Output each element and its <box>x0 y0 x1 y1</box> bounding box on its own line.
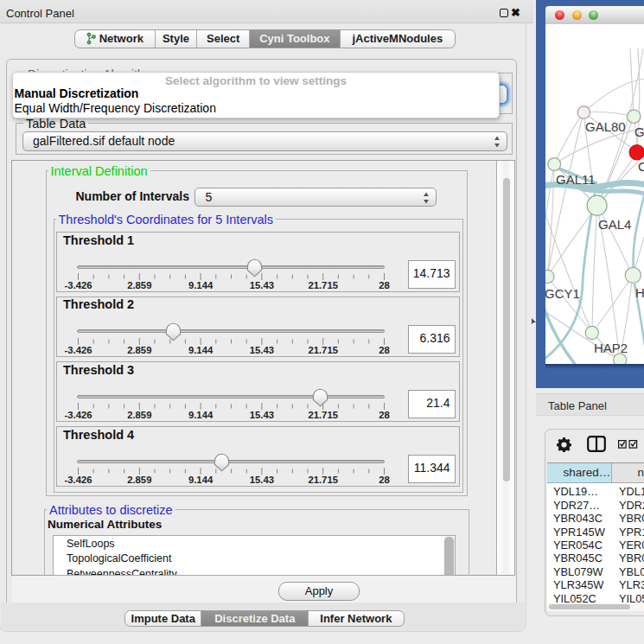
svg-text:GAL80: GAL80 <box>585 119 626 134</box>
svg-text:C: C <box>638 159 644 174</box>
svg-text:HAP2: HAP2 <box>594 340 628 354</box>
svg-text:GCY1: GCY1 <box>545 286 580 301</box>
svg-text:GAL4: GAL4 <box>598 216 631 231</box>
svg-text:GAL11: GAL11 <box>556 172 596 187</box>
svg-text:GA: GA <box>634 124 644 139</box>
svg-text:H: H <box>635 285 644 300</box>
